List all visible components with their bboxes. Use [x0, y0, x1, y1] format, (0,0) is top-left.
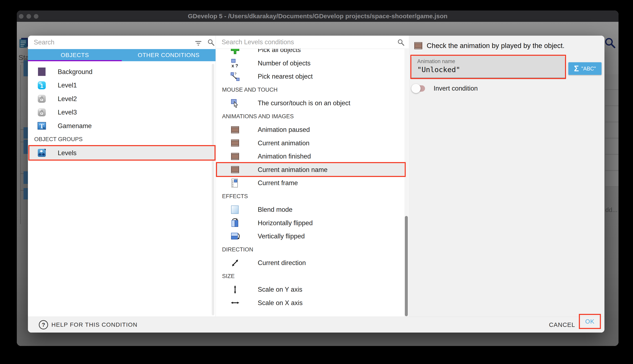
item-label: Level1 [58, 82, 77, 88]
invert-condition-toggle[interactable] [411, 84, 426, 93]
section-label: ANIMATIONS AND IMAGES [222, 114, 294, 119]
condition-list-item[interactable]: Current animation [216, 136, 404, 150]
section-header: EFFECTS [216, 190, 404, 203]
condition-list-item[interactable]: Current frame [216, 176, 404, 190]
object-list-item[interactable]: Levels [28, 146, 216, 160]
conditions-search-row [216, 36, 409, 49]
scale-x-icon [230, 298, 240, 308]
item-label: Blend mode [258, 206, 292, 213]
film-icon [230, 125, 240, 135]
objects-search-input[interactable] [34, 37, 187, 48]
condition-header: Check the animation by played by the obj… [413, 41, 565, 51]
section-header: OBJECT GROUPS [28, 133, 216, 146]
v-flip-icon [230, 231, 240, 241]
conditions-panel: Pick all objectsx ?Number of objects?Pic… [216, 36, 409, 316]
object-list-item[interactable]: 1Level1 [28, 79, 216, 92]
svg-text:x: x [43, 126, 45, 130]
help-label: HELP FOR THIS CONDITION [52, 322, 137, 328]
pick-nearest-icon: ? [230, 72, 240, 82]
dialog-footer: ? HELP FOR THIS CONDITION CANCEL [28, 316, 604, 332]
item-label: Number of objects [258, 60, 311, 66]
condition-list-item[interactable]: Animation paused [216, 123, 404, 136]
ok-button[interactable]: OK [580, 315, 600, 328]
objects-scrollbar[interactable] [212, 64, 214, 315]
item-label: Vertically flipped [258, 233, 305, 240]
current-frame-icon [230, 178, 240, 188]
condition-list-item[interactable]: Vertically flipped [216, 230, 404, 243]
search-icon[interactable] [207, 38, 215, 46]
objects-search-row [28, 36, 216, 49]
animation-name-field-highlight: Animation name "Unlocked" [410, 55, 566, 79]
svg-text:x ?: x ? [231, 63, 238, 68]
item-label: Level3 [58, 109, 77, 116]
section-label: OBJECT GROUPS [34, 136, 83, 142]
section-label: MOUSE AND TOUCH [222, 87, 278, 93]
cursor-on-object-icon [230, 98, 240, 108]
item-label: Level2 [58, 96, 77, 102]
object-list-item[interactable]: Background [28, 65, 216, 79]
objects-list: Background1Level1Level2Level3TxGamenameO… [28, 61, 216, 316]
condition-list-item[interactable]: Scale on X axis [216, 296, 404, 310]
condition-list-item[interactable]: Blend mode [216, 203, 404, 216]
object-list-item[interactable]: Level2 [28, 92, 216, 106]
item-label: Current animation name [258, 166, 328, 173]
condition-description: Check the animation by played by the obj… [427, 42, 565, 50]
item-label: Levels [58, 150, 77, 156]
toggle-knob [411, 84, 421, 93]
tab-objects[interactable]: OBJECTS [28, 49, 122, 61]
conditions-search-input[interactable] [222, 37, 385, 47]
expression-editor-button[interactable]: Σ "ABC" [568, 62, 601, 75]
animation-name-field[interactable]: Animation name "Unlocked" [411, 56, 565, 78]
object-count-icon: x ? [230, 58, 240, 68]
invert-condition-row: Invert condition [411, 84, 478, 93]
condition-list-item[interactable]: Current animation name [216, 163, 404, 176]
ok-button-highlight-frame: OK [579, 314, 601, 329]
blend-mode-icon [230, 205, 240, 215]
film-icon [230, 138, 240, 148]
objects-tab-bar: OBJECTS OTHER CONDITIONS [28, 49, 216, 61]
object-list-item[interactable]: Level3 [28, 106, 216, 119]
item-label: Gamename [58, 123, 92, 129]
level1-object-icon: 1 [37, 80, 47, 90]
item-label: Background [58, 68, 92, 75]
svg-text:1: 1 [40, 82, 44, 89]
condition-list-item[interactable]: Pick all objects [216, 49, 404, 56]
condition-list-item[interactable]: The cursor/touch is on an object [216, 96, 404, 110]
section-header: SIZE [216, 270, 404, 283]
condition-list-item[interactable]: Scale on Y axis [216, 283, 404, 296]
film-strip-icon [413, 41, 423, 51]
item-label: Current frame [258, 180, 298, 186]
section-label: EFFECTS [222, 194, 248, 199]
animation-name-label: Animation name [417, 58, 455, 64]
tab-other-conditions[interactable]: OTHER CONDITIONS [122, 49, 216, 61]
object-list-item[interactable]: TxGamename [28, 119, 216, 133]
scale-y-icon [230, 284, 240, 294]
lock-object-icon [37, 94, 47, 104]
direction-icon [230, 258, 240, 268]
condition-editor-dialog: OBJECTS OTHER CONDITIONS Background1Leve… [28, 36, 604, 332]
film-icon [230, 152, 240, 162]
cancel-button[interactable]: CANCEL [548, 317, 576, 332]
help-icon: ? [39, 320, 48, 330]
invert-condition-label: Invert condition [434, 85, 478, 92]
sigma-icon: Σ [574, 64, 579, 72]
section-label: SIZE [222, 274, 235, 279]
help-for-condition-link[interactable]: ? HELP FOR THIS CONDITION [39, 317, 137, 332]
condition-list-item[interactable]: x ?Number of objects [216, 56, 404, 70]
background-object-icon [37, 67, 47, 77]
condition-list-item[interactable]: Horizontally flipped [216, 216, 404, 230]
item-label: Scale on X axis [258, 300, 303, 306]
conditions-list: Pick all objectsx ?Number of objects?Pic… [216, 49, 409, 316]
search-icon[interactable] [397, 38, 405, 46]
item-label: Animation finished [258, 153, 311, 160]
pick-all-icon [230, 49, 240, 55]
condition-list-item[interactable]: Current direction [216, 256, 404, 270]
condition-list-item[interactable]: ?Pick nearest object [216, 70, 404, 83]
section-header: MOUSE AND TOUCH [216, 83, 404, 97]
section-label: DIRECTION [222, 247, 253, 252]
h-flip-icon [230, 218, 240, 228]
item-label: Pick nearest object [258, 73, 313, 80]
conditions-scrollbar[interactable] [405, 216, 408, 316]
condition-list-item[interactable]: Animation finished [216, 150, 404, 163]
filter-icon[interactable] [194, 39, 202, 47]
